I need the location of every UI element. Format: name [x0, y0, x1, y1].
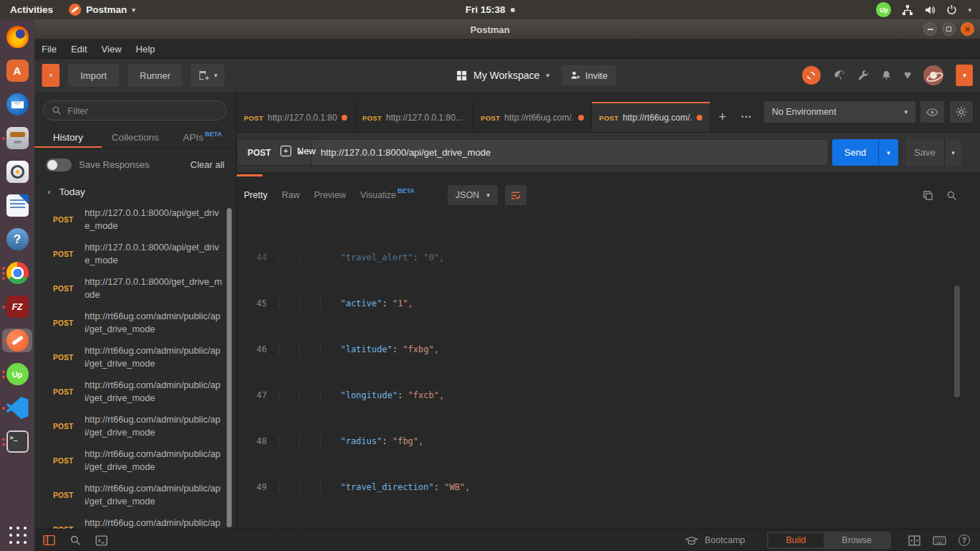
two-pane-icon[interactable]: [908, 535, 920, 546]
request-tab[interactable]: POST http://rt66ug.com/...: [592, 102, 710, 132]
close-button[interactable]: ×: [961, 22, 974, 36]
bootcamp-button[interactable]: Bootcamp: [685, 535, 745, 545]
dock-item-filezilla[interactable]: FZ: [2, 295, 32, 319]
clear-all-button[interactable]: Clear all: [190, 159, 225, 170]
menu-help[interactable]: Help: [128, 44, 162, 55]
runner-button[interactable]: Runner: [128, 64, 183, 87]
history-item[interactable]: POST http://rt66ug.com/admin/public/api/…: [34, 375, 236, 409]
caret-down-icon: ▾: [214, 72, 217, 79]
dock-item-firefox[interactable]: [2, 25, 32, 49]
response-scrollbar[interactable]: [954, 286, 960, 397]
dock-item-libreoffice-writer[interactable]: [2, 194, 32, 217]
dock-item-upwork[interactable]: Up: [2, 362, 32, 386]
response-view-pretty[interactable]: Pretty: [244, 190, 268, 200]
upgrade-button[interactable]: Upgrade ▾: [956, 65, 973, 86]
sidebar-scrollbar[interactable]: [227, 208, 232, 527]
upgrade-caret[interactable]: ▾: [956, 65, 973, 86]
caret-down-icon: ▾: [132, 6, 136, 14]
response-view-raw[interactable]: Raw: [282, 190, 300, 200]
send-options-caret[interactable]: ▾: [878, 139, 898, 166]
history-item[interactable]: POST http://127.0.0.1:8000/get_drive_mod…: [34, 271, 236, 306]
environment-preview-button[interactable]: [920, 101, 944, 123]
sidebar-tab-collections[interactable]: Collections: [102, 126, 169, 148]
send-button[interactable]: Send: [832, 139, 878, 166]
new-button-caret[interactable]: ▾: [42, 64, 60, 87]
sidebar-tab-history[interactable]: History: [34, 126, 102, 148]
environment-selector[interactable]: No Environment ▾: [764, 101, 915, 123]
dock-item-files[interactable]: [2, 126, 32, 150]
window-title-bar[interactable]: Postman ×: [0, 19, 980, 39]
dock-item-media-player[interactable]: [2, 160, 32, 184]
workspace-switcher[interactable]: My Workspace ▾ Invite: [456, 59, 616, 92]
menu-file[interactable]: File: [34, 44, 64, 55]
dock-item-postman[interactable]: [2, 329, 32, 352]
search-icon[interactable]: [946, 190, 957, 201]
filter-box[interactable]: [43, 100, 227, 121]
bell-icon[interactable]: [881, 70, 892, 81]
save-button[interactable]: Save: [905, 139, 944, 166]
new-button[interactable]: + New ▾: [42, 64, 60, 87]
response-view-preview[interactable]: Preview: [314, 190, 346, 200]
history-item[interactable]: POST http://rt66ug.com/admin/public/api/…: [34, 306, 236, 340]
history-item[interactable]: POST http://127.0.0.1:8000/api/get_drive…: [34, 237, 236, 271]
dock-item-vscode[interactable]: [2, 396, 32, 420]
maximize-button[interactable]: [942, 22, 956, 36]
response-body[interactable]: 44 "travel_alert": "0", 45 "active": "1"…: [237, 212, 980, 529]
heart-icon[interactable]: ♥: [904, 68, 911, 83]
history-item[interactable]: POST http://rt66ug.com/admin/public/api/…: [34, 512, 236, 529]
sidebar-tab-apis[interactable]: APIs BETA: [169, 126, 236, 148]
response-format-selector[interactable]: JSON ▾: [448, 185, 498, 205]
import-button[interactable]: Import: [68, 64, 119, 87]
minimize-button[interactable]: [923, 22, 937, 36]
history-item[interactable]: POST http://rt66ug.com/admin/public/api/…: [34, 409, 236, 443]
tab-label: http://rt66ug.com/...: [623, 113, 692, 123]
method-badge: POST: [53, 457, 85, 465]
show-applications-icon[interactable]: [6, 524, 28, 545]
new-tab-button[interactable]: +: [710, 102, 735, 132]
app-menu[interactable]: Postman ▾: [63, 4, 141, 16]
wrap-lines-button[interactable]: [505, 185, 527, 205]
save-options-caret[interactable]: ▾: [944, 139, 961, 166]
history-item[interactable]: POST http://rt66ug.com/admin/public/api/…: [34, 478, 236, 512]
upwork-tray-icon[interactable]: Up: [876, 2, 891, 17]
avatar[interactable]: [923, 65, 943, 85]
dock-item-help[interactable]: ?: [2, 227, 32, 251]
response-view-visualize[interactable]: Visualize BETA: [360, 190, 415, 200]
keyboard-icon[interactable]: [933, 536, 946, 545]
browse-tab[interactable]: Browse: [824, 533, 890, 547]
sync-icon[interactable]: [802, 66, 821, 85]
menu-view[interactable]: View: [94, 44, 128, 55]
request-tab[interactable]: POST http://rt66ug.com/...: [473, 102, 592, 132]
filter-input[interactable]: [67, 105, 218, 116]
console-button[interactable]: [95, 535, 108, 546]
copy-icon[interactable]: [923, 190, 933, 201]
history-item[interactable]: POST http://rt66ug.com/admin/public/api/…: [34, 443, 236, 478]
save-responses-toggle[interactable]: [46, 159, 72, 171]
line-code: "longitude": "fxcb",: [278, 390, 444, 401]
wrench-icon[interactable]: [857, 70, 869, 81]
history-item[interactable]: POST http://127.0.0.1:8000/api/get_drive…: [34, 202, 236, 237]
settings-button[interactable]: [950, 101, 973, 123]
dock-item-terminal[interactable]: >_: [2, 430, 32, 453]
dock-item-chrome[interactable]: [2, 261, 32, 285]
menu-edit[interactable]: Edit: [64, 44, 94, 55]
invite-button[interactable]: Invite: [562, 65, 616, 85]
clock[interactable]: Fri 15:38: [466, 4, 515, 15]
system-tray[interactable]: Up ▾: [876, 2, 980, 17]
activities-button[interactable]: Activities: [0, 4, 63, 15]
history-item[interactable]: POST http://rt66ug.com/admin/public/api/…: [34, 340, 236, 375]
tab-options-button[interactable]: •••: [735, 102, 759, 132]
beta-badge: BETA: [397, 187, 415, 194]
open-new-button[interactable]: ▾: [191, 64, 225, 87]
dock-item-ubuntu-software[interactable]: A: [2, 59, 32, 83]
satellite-icon[interactable]: [833, 70, 845, 82]
find-button[interactable]: [70, 534, 81, 546]
request-tab[interactable]: POST http://127.0.0.1:80...: [355, 102, 473, 132]
history-group-today[interactable]: ▾ Today: [34, 181, 236, 202]
url-input[interactable]: http://127.0.0.1:8000/api/get_drive_mode: [312, 139, 829, 166]
request-tab[interactable]: POST http://127.0.0.1:80...: [237, 102, 355, 132]
build-tab[interactable]: Build: [768, 533, 824, 547]
toggle-sidebar-button[interactable]: [43, 534, 55, 546]
help-icon[interactable]: ?: [958, 534, 970, 546]
dock-item-thunderbird[interactable]: [2, 93, 32, 116]
